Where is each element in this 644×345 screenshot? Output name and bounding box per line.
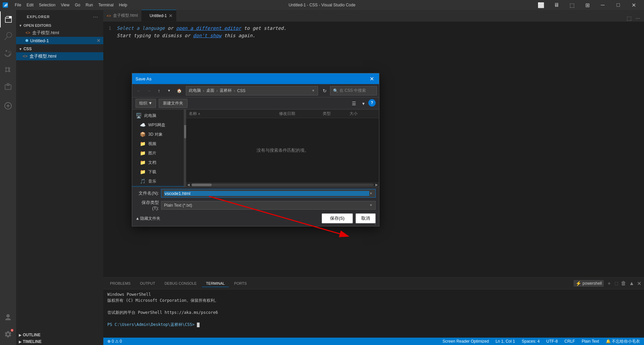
dialog-back-button[interactable]: ← <box>134 86 144 95</box>
music-icon: 🎵 <box>140 178 146 184</box>
dialog-toolbar: ← → ↑ ▼ 🏠 此电脑 › 桌面 › 蓝桥杯 › CSS ▼ ↻ 🔍 在 C… <box>132 84 379 97</box>
video-icon: 📁 <box>140 141 146 147</box>
dialog-path-bar: 此电脑 › 桌面 › 蓝桥杯 › CSS ▼ <box>186 86 318 95</box>
path-computer[interactable]: 此电脑 <box>189 88 201 93</box>
dropdown-arrow-icon: ▼ <box>369 203 373 207</box>
dialog-recent-button[interactable]: ▼ <box>164 86 174 95</box>
file-list-header: 名称 ∧ 修改日期 类型 大小 <box>186 110 379 118</box>
scroll-track <box>192 184 374 186</box>
documents-icon: 📁 <box>140 159 146 165</box>
dialog-titlebar: Save As ✕ <box>132 73 379 84</box>
dialog-button-row: ▲ 隐藏文件夹 保存(S) 取消 <box>136 213 376 224</box>
path-css[interactable]: CSS <box>237 88 246 93</box>
search-icon: 🔍 <box>333 88 338 93</box>
path-folder[interactable]: 蓝桥杯 <box>220 88 232 93</box>
col-type[interactable]: 类型 <box>323 111 350 117</box>
horizontal-scrollbar: ◀ ▶ <box>186 183 379 187</box>
downloads-icon: 📁 <box>140 169 146 175</box>
nav-scrollbar-thumb <box>184 125 186 138</box>
file-list-empty: 没有与搜索条件匹配的项。 <box>186 118 379 183</box>
nav-item-3d[interactable]: 📦 3D 对象 <box>132 130 184 139</box>
dialog-body: 🖥️ 此电脑 ☁️ WPS网盘 📦 3D 对象 📁 视频 <box>132 110 379 187</box>
nav-item-pictures[interactable]: 📁 图片 <box>132 148 184 158</box>
dialog-nav-panel: 🖥️ 此电脑 ☁️ WPS网盘 📦 3D 对象 📁 视频 <box>132 110 184 187</box>
filename-label: 文件名(N): <box>136 190 159 196</box>
pictures-icon: 📁 <box>140 150 146 156</box>
resize-grip[interactable]: ⌟ <box>374 221 378 225</box>
3d-icon: 📦 <box>140 131 146 137</box>
col-date[interactable]: 修改日期 <box>279 111 323 117</box>
dialog-footer: 文件名(N): vscode1.html ▼ 保存类型(T): Plain Te… <box>132 187 379 226</box>
dialog-refresh-button[interactable]: ↻ <box>320 86 329 95</box>
search-placeholder: 在 CSS 中搜索 <box>339 88 366 93</box>
filetype-field: 保存类型(T): Plain Text (*.txt) ▼ <box>136 200 376 211</box>
path-desktop[interactable]: 桌面 <box>206 88 214 93</box>
nav-scrollbar[interactable] <box>184 110 186 187</box>
wps-icon: ☁️ <box>140 122 146 128</box>
nav-item-video[interactable]: 📁 视频 <box>132 139 184 148</box>
col-size[interactable]: 大小 <box>350 111 376 117</box>
view-preview-button[interactable]: ▾ <box>359 99 368 108</box>
filetype-label: 保存类型(T): <box>136 200 159 211</box>
scroll-thumb[interactable] <box>192 184 212 186</box>
view-buttons: ☰ ▾ ? <box>350 99 376 108</box>
dialog-nav-wrapper: 🖥️ 此电脑 ☁️ WPS网盘 📦 3D 对象 📁 视频 <box>132 110 186 187</box>
dialog-title: Save As <box>136 76 368 81</box>
filetype-value: Plain Text (*.txt) <box>164 203 192 208</box>
nav-item-music[interactable]: 🎵 音乐 <box>132 177 184 186</box>
filename-input[interactable]: vscode1.html ▼ <box>161 189 376 198</box>
nav-item-documents[interactable]: 📁 文档 <box>132 158 184 167</box>
cancel-button[interactable]: 取消 <box>356 213 376 223</box>
dialog-home-button[interactable]: 🏠 <box>174 86 184 95</box>
nav-item-wps[interactable]: ☁️ WPS网盘 <box>132 120 184 130</box>
filename-field: 文件名(N): vscode1.html ▼ <box>136 189 376 198</box>
nav-item-computer[interactable]: 🖥️ 此电脑 <box>132 111 184 120</box>
organize-button[interactable]: 组织 ▼ <box>136 99 156 108</box>
dialog-close-button[interactable]: ✕ <box>368 75 376 83</box>
sort-icon: ∧ <box>198 112 200 116</box>
computer-icon: 🖥️ <box>136 113 142 119</box>
filename-dropdown-icon[interactable]: ▼ <box>369 192 373 195</box>
nav-item-downloads[interactable]: 📁 下载 <box>132 167 184 177</box>
dialog-file-panel: 名称 ∧ 修改日期 类型 大小 没有与搜索条件匹配的项。 ◀ ▶ <box>186 110 379 187</box>
filetype-dropdown[interactable]: Plain Text (*.txt) ▼ <box>161 201 376 210</box>
view-details-button[interactable]: ☰ <box>350 99 358 108</box>
save-as-dialog: Save As ✕ ← → ↑ ▼ 🏠 此电脑 › 桌面 › 蓝桥杯 › CSS… <box>132 73 379 226</box>
filename-value: vscode1.html <box>164 191 369 196</box>
hidden-files-toggle[interactable]: ▲ 隐藏文件夹 <box>136 216 160 221</box>
dialog-up-button[interactable]: ↑ <box>154 86 164 95</box>
expand-icon: ▲ <box>136 216 140 221</box>
dialog-action-bar: 组织 ▼ 新建文件夹 ☰ ▾ ? <box>132 97 379 110</box>
new-folder-button[interactable]: 新建文件夹 <box>159 99 187 108</box>
save-button[interactable]: 保存(S) <box>322 213 353 223</box>
col-name[interactable]: 名称 ∧ <box>189 111 279 117</box>
dialog-forward-button[interactable]: → <box>144 86 154 95</box>
dialog-overlay: Save As ✕ ← → ↑ ▼ 🏠 此电脑 › 桌面 › 蓝桥杯 › CSS… <box>0 0 644 345</box>
help-button[interactable]: ? <box>368 99 376 107</box>
dialog-search-bar: 🔍 在 CSS 中搜索 <box>330 86 377 95</box>
path-dropdown-icon[interactable]: ▼ <box>312 89 315 92</box>
